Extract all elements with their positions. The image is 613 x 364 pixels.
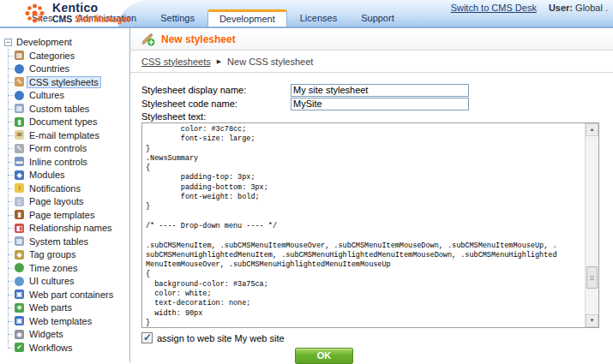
tree-item-label: Time zones xyxy=(27,263,79,273)
categories-icon: ▦ xyxy=(15,51,24,60)
web-parts-icon: ❖ xyxy=(15,303,24,313)
page-title: New stylesheet xyxy=(161,33,236,45)
tree-item-modules[interactable]: ◆ Modules xyxy=(0,169,129,182)
inline-controls-icon: ▬ xyxy=(15,157,24,166)
kentico-logo-icon xyxy=(23,2,46,25)
tree-item-notifications[interactable]: ! Notifications xyxy=(0,182,129,195)
tree-root-development[interactable]: − Development xyxy=(0,35,129,49)
notifications-icon: ! xyxy=(15,183,24,193)
e-mail-templates-icon: ✉ xyxy=(15,130,24,140)
time-zones-icon xyxy=(15,263,24,272)
display-name-input[interactable] xyxy=(291,84,469,97)
new-stylesheet-form: Stylesheet display name: Stylesheet code… xyxy=(130,73,613,364)
tree-item-web-templates[interactable]: ▣ Web templates xyxy=(0,314,129,328)
tree-item-label: E-mail templates xyxy=(27,130,101,140)
tree-item-label: Form controls xyxy=(27,143,88,153)
tree-item-relationship-names[interactable]: ◧ Relationship names xyxy=(0,222,129,236)
tree-item-widgets[interactable]: ◉ Widgets xyxy=(0,328,129,342)
tab-licenses[interactable]: Licenses xyxy=(289,11,348,27)
assign-site-row: assign to web site My web site xyxy=(141,332,613,343)
tree-item-label: Page templates xyxy=(27,210,96,220)
tree-item-label: Web parts xyxy=(27,302,74,313)
header-links: Switch to CMS Desk User: Global . xyxy=(451,3,608,13)
document-types-icon: ▮ xyxy=(15,117,24,127)
tree-item-label: Cultures xyxy=(27,90,66,100)
tree-item-label: Web templates xyxy=(27,316,93,326)
tree-item-document-types[interactable]: ▮ Document types xyxy=(0,116,129,129)
scroll-up-icon[interactable]: ▲ xyxy=(586,123,598,136)
tree-item-inline-controls[interactable]: ▬ Inline controls xyxy=(0,155,129,169)
switch-to-cms-desk-link[interactable]: Switch to CMS Desk xyxy=(451,3,537,13)
code-name-input[interactable] xyxy=(291,98,469,110)
tree-item-time-zones[interactable]: Time zones xyxy=(0,261,129,275)
tree-item-label: System tables xyxy=(27,236,90,247)
tag-groups-icon: ◆ xyxy=(15,250,24,260)
vertical-scrollbar[interactable]: ▲ ▼ xyxy=(585,123,598,327)
assign-checkbox[interactable] xyxy=(141,332,153,343)
scrollbar-thumb[interactable] xyxy=(586,266,598,289)
web-part-containers-icon: ▣ xyxy=(15,289,24,299)
tree-item-categories[interactable]: ▦ Categories xyxy=(0,49,129,63)
cultures-icon xyxy=(15,91,24,100)
tree-item-web-part-containers[interactable]: ▣ Web part containers xyxy=(0,288,129,301)
breadcrumb-current: New CSS stylesheet xyxy=(227,57,313,67)
collapse-toggle-icon[interactable]: − xyxy=(4,39,12,46)
ui-cultures-icon xyxy=(15,277,24,286)
tree-item-workflows[interactable]: ✔ Workflows xyxy=(0,341,129,355)
widgets-icon: ◉ xyxy=(15,330,24,339)
scroll-down-icon[interactable]: ▼ xyxy=(586,314,598,327)
tree-item-tag-groups[interactable]: ◆ Tag groups xyxy=(0,248,129,262)
tree-item-web-parts[interactable]: ❖ Web parts xyxy=(0,301,129,315)
tree-item-css-stylesheets[interactable]: ✎ CSS stylesheets xyxy=(0,75,129,89)
breadcrumb: CSS stylesheets ▶ New CSS stylesheet xyxy=(130,51,613,73)
tree-item-custom-tables[interactable]: ▦ Custom tables xyxy=(0,102,129,116)
tab-development[interactable]: Development xyxy=(207,9,287,27)
stylesheet-text-area[interactable]: color: #3c78cc; font-size: large; } .New… xyxy=(141,122,599,328)
tree-item-label: Web part containers xyxy=(27,289,115,300)
development-tree-sidebar: − Development ▦ Categories Countries ✎ C… xyxy=(0,28,130,362)
tree-item-countries[interactable]: Countries xyxy=(0,63,129,76)
tab-support[interactable]: Support xyxy=(350,11,406,27)
stylesheet-text-label: Stylesheet text: xyxy=(141,111,206,122)
tab-label: Support xyxy=(361,13,394,23)
tab-settings[interactable]: Settings xyxy=(149,11,206,27)
assign-checkbox-label[interactable]: assign to web site My web site xyxy=(157,333,285,343)
tree-item-label: CSS stylesheets xyxy=(27,77,100,87)
display-name-label: Stylesheet display name: xyxy=(141,85,291,95)
stylesheet-text-content[interactable]: color: #3c78cc; font-size: large; } .New… xyxy=(143,124,584,326)
tree-item-page-templates[interactable]: ▮ Page templates xyxy=(0,208,129,222)
tree-item-label: Notifications xyxy=(27,183,82,194)
app-header: Kentico CMS Site Manager Switch to CMS D… xyxy=(0,0,613,28)
ok-button[interactable]: OK xyxy=(295,348,353,364)
tree-item-page-layouts[interactable]: ▯ Page layouts xyxy=(0,195,129,209)
tab-label: Development xyxy=(219,14,275,24)
tree-item-label: Categories xyxy=(27,51,76,61)
tree-item-label: Document types xyxy=(27,116,99,127)
tree-item-cultures[interactable]: Cultures xyxy=(0,89,129,103)
tree-item-label: Custom tables xyxy=(27,104,91,114)
tree-item-form-controls[interactable]: ✎ Form controls xyxy=(0,142,129,156)
tree-item-e-mail-templates[interactable]: ✉ E-mail templates xyxy=(0,128,129,142)
page-layouts-icon: ▯ xyxy=(15,197,24,206)
countries-icon xyxy=(15,64,24,74)
tree-item-label: Inline controls xyxy=(27,157,89,167)
tree-item-ui-cultures[interactable]: UI cultures xyxy=(0,275,129,289)
breadcrumb-parent-link[interactable]: CSS stylesheets xyxy=(141,57,211,67)
tab-label: Licenses xyxy=(300,13,337,23)
modules-icon: ◆ xyxy=(15,170,24,180)
tree-item-label: Page layouts xyxy=(27,196,86,206)
tree-item-label: UI cultures xyxy=(27,276,76,286)
page-templates-icon: ▮ xyxy=(15,210,24,219)
web-templates-icon: ▣ xyxy=(15,316,24,325)
breadcrumb-arrow-icon: ▶ xyxy=(217,58,221,65)
tab-label: Settings xyxy=(160,13,195,23)
tree-item-label: Relationship names xyxy=(27,223,114,233)
tree-items: ▦ Categories Countries ✎ CSS stylesheets… xyxy=(0,49,129,355)
main-panel: New stylesheet CSS stylesheets ▶ New CSS… xyxy=(130,28,613,362)
tree-item-system-tables[interactable]: ▦ System tables xyxy=(0,235,129,248)
brand: Kentico CMS Site Manager xyxy=(23,2,131,25)
user-info: User: Global . xyxy=(549,3,608,13)
tree-item-label: Widgets xyxy=(27,329,65,339)
custom-tables-icon: ▦ xyxy=(15,104,24,113)
css-stylesheets-icon: ✎ xyxy=(15,77,24,87)
